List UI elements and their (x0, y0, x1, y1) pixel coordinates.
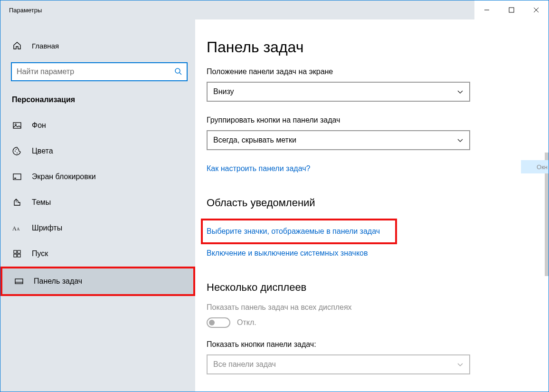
svg-point-8 (15, 151, 16, 152)
sidebar-home[interactable]: Главная (0, 36, 195, 56)
show-all-displays-toggle[interactable] (207, 317, 230, 328)
svg-rect-1 (509, 8, 514, 12)
minimize-button[interactable] (474, 0, 499, 19)
sidebar-item-start[interactable]: Пуск (0, 241, 195, 267)
search-input[interactable] (17, 67, 174, 76)
sidebar-item-label: Экран блокировки (32, 172, 96, 181)
toggle-state: Откл. (237, 318, 256, 327)
group-value: Всегда, скрывать метки (213, 136, 296, 144)
group-label: Группировать кнопки на панели задач (207, 116, 532, 124)
svg-rect-11 (13, 174, 21, 180)
taskbar-buttons-value: Все панели задач (213, 360, 276, 369)
sidebar-item-label: Пуск (32, 249, 48, 258)
group-dropdown[interactable]: Всегда, скрывать метки (207, 130, 470, 150)
sidebar-home-label: Главная (32, 42, 59, 50)
svg-point-7 (15, 124, 17, 125)
show-on-all-displays-label: Показать панель задач на всех дисплеях (207, 303, 532, 312)
chevron-down-icon (457, 88, 464, 96)
sidebar-item-label: Шрифты (32, 224, 62, 232)
svg-line-5 (180, 73, 181, 75)
svg-rect-16 (14, 250, 17, 253)
sidebar-item-lockscreen[interactable]: Экран блокировки (0, 164, 195, 190)
svg-point-10 (17, 153, 18, 153)
notification-area-title: Область уведомлений (207, 197, 532, 209)
position-value: Внизу (213, 87, 234, 96)
svg-rect-18 (14, 254, 17, 257)
search-box[interactable] (11, 62, 188, 81)
themes-icon (12, 197, 22, 208)
taskbar-buttons-label: Показать кнопки панели задач: (207, 340, 532, 349)
svg-point-4 (175, 68, 180, 73)
taskbar-icon (14, 276, 24, 287)
chevron-down-icon (457, 137, 464, 144)
sidebar-item-taskbar[interactable]: Панель задач (0, 267, 195, 296)
sidebar: Главная Персонализация Фон (0, 19, 195, 392)
start-icon (12, 249, 22, 259)
window-controls (474, 0, 549, 19)
help-link[interactable]: Как настроить панели задач? (207, 164, 310, 173)
sidebar-nav: Фон Цвета Экран блокировки Темы (0, 113, 195, 296)
svg-text:A: A (17, 227, 20, 231)
select-icons-link[interactable]: Выберите значки, отображаемые в панели з… (207, 227, 380, 236)
position-dropdown[interactable]: Внизу (207, 82, 470, 102)
picture-icon (12, 120, 22, 131)
lockscreen-icon (12, 172, 22, 182)
highlighted-link-box: Выберите значки, отображаемые в панели з… (201, 219, 397, 244)
sidebar-item-themes[interactable]: Темы (0, 190, 195, 215)
svg-point-9 (16, 149, 17, 150)
home-icon (12, 40, 22, 51)
peek-tab: Окн (521, 160, 549, 173)
window-title: Параметры (0, 7, 42, 14)
close-button[interactable] (524, 0, 549, 19)
svg-rect-6 (13, 123, 21, 128)
search-icon (174, 67, 182, 76)
sidebar-item-label: Темы (32, 198, 51, 207)
system-icons-link[interactable]: Включение и выключение системных значков (207, 249, 368, 258)
fonts-icon: AA (12, 223, 22, 233)
palette-icon (12, 146, 22, 156)
sidebar-item-label: Панель задач (34, 277, 82, 286)
sidebar-item-fonts[interactable]: AA Шрифты (0, 215, 195, 241)
svg-text:A: A (12, 225, 17, 232)
svg-rect-17 (18, 250, 20, 253)
svg-rect-20 (15, 279, 23, 284)
position-label: Положение панели задач на экране (207, 67, 532, 76)
sidebar-category: Персонализация (0, 92, 195, 113)
page-title: Панель задач (207, 38, 532, 56)
maximize-button[interactable] (499, 0, 524, 19)
svg-rect-12 (14, 178, 16, 179)
sidebar-item-label: Фон (32, 121, 46, 130)
multiple-displays-title: Несколько дисплеев (207, 281, 532, 294)
sidebar-item-background[interactable]: Фон (0, 113, 195, 138)
sidebar-item-label: Цвета (32, 147, 53, 155)
taskbar-buttons-dropdown: Все панели задач (207, 354, 470, 374)
sidebar-item-colors[interactable]: Цвета (0, 138, 195, 164)
chevron-down-icon (457, 361, 464, 368)
main-content: Панель задач Положение панели задач на э… (195, 19, 549, 392)
titlebar: Параметры (0, 0, 549, 19)
svg-rect-19 (18, 254, 20, 257)
